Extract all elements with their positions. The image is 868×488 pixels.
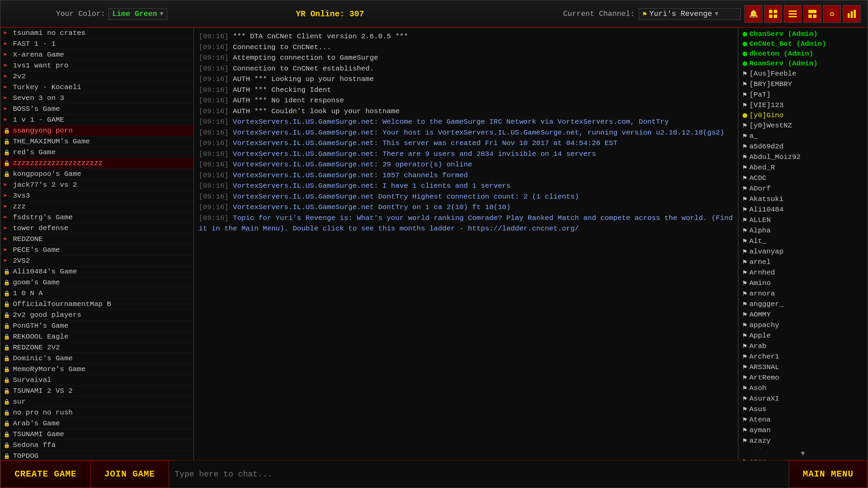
player-item[interactable]: ⚑alvanyap: [741, 246, 865, 257]
player-item[interactable]: ⚑Arnhed: [741, 267, 865, 278]
game-list-item[interactable]: 🔒Dominic's Game: [1, 353, 193, 364]
game-list-item[interactable]: 🔒TOPDOG: [1, 451, 193, 460]
game-list-item[interactable]: 🔒no pro no rush: [1, 407, 193, 418]
game-list-item[interactable]: 🔒zzzzzzzzzzzzzzzzzzzzz: [1, 158, 193, 169]
create-game-button[interactable]: Create Game: [1, 461, 91, 488]
game-list-item[interactable]: 🔒red's Game: [1, 147, 193, 158]
player-item[interactable]: ⚑Asoh: [741, 383, 865, 393]
player-item[interactable]: ⚑[PaT]: [741, 89, 865, 100]
chat-input[interactable]: [175, 470, 783, 479]
player-item[interactable]: ⚑Abdul_Moiz92: [741, 152, 865, 162]
player-item[interactable]: ⚑Alpha: [741, 225, 865, 236]
player-item[interactable]: ⚑arnel: [741, 257, 865, 267]
player-item[interactable]: ⚑anggger_: [741, 299, 865, 309]
chart-icon-btn[interactable]: [843, 5, 861, 23]
chat-message: [09:16] Topic for Yuri's Revenge is: Wha…: [199, 213, 733, 234]
player-item[interactable]: ⚑[BRY]EMBRY: [741, 79, 865, 89]
game-list-item[interactable]: 🔒2v2 good players: [1, 310, 193, 321]
player-item[interactable]: ⚑Apple: [741, 330, 865, 341]
game-list-item[interactable]: 🔒REKOOOL Eagle: [1, 331, 193, 342]
player-item[interactable]: ⚑appachy: [741, 320, 865, 330]
player-item[interactable]: ⚑AsuraXI: [741, 393, 865, 404]
player-item[interactable]: dkeeton (Admin): [741, 49, 865, 59]
player-flag: ⚑: [743, 216, 749, 224]
game-list-item[interactable]: 🔒TSUNAMI Game: [1, 429, 193, 440]
player-item[interactable]: ⚑Alt_: [741, 236, 865, 246]
game-list-item[interactable]: ⚑FAST 1 - 1: [1, 39, 193, 49]
player-list-scroll[interactable]: ChanServ (Admin) CnCNet_Bot (Admin) dkee…: [738, 28, 867, 460]
game-list-item[interactable]: 🔒MemoRyMore's Game: [1, 364, 193, 375]
game-list-scroll[interactable]: ⚑tsunami no crates⚑FAST 1 - 1⚑X-arena Ga…: [1, 28, 193, 460]
game-list-item[interactable]: 🔒Sedona ffa: [1, 440, 193, 451]
player-item[interactable]: ⚑ALLEN: [741, 215, 865, 225]
bell-icon-btn[interactable]: 🔔: [745, 5, 762, 23]
player-item[interactable]: ⚑[y0]WestNZ: [741, 120, 865, 131]
player-item[interactable]: ⚑ACDC: [741, 173, 865, 183]
game-list-item[interactable]: ⚑fsdstrg's Game: [1, 212, 193, 223]
game-list-item[interactable]: ⚑2v2: [1, 71, 193, 82]
game-list-item[interactable]: ⚑1vs1 want pro: [1, 60, 193, 71]
game-list-item[interactable]: ⚑tower defense: [1, 223, 193, 234]
game-list-item[interactable]: ⚑zzz: [1, 201, 193, 212]
grid-icon-btn[interactable]: [764, 5, 782, 23]
player-item[interactable]: ⚑Ali10484: [741, 204, 865, 215]
game-list-item[interactable]: 🔒ssangyong porn: [1, 125, 193, 136]
main-menu-button[interactable]: Main Menu: [789, 461, 867, 488]
game-list-item[interactable]: 🔒Arab's Game: [1, 418, 193, 429]
game-list-item[interactable]: ⚑Seven 3 on 3: [1, 93, 193, 104]
game-list-item[interactable]: ⚑PECE's Game: [1, 245, 193, 256]
channel-dropdown[interactable]: ⚑ Yuri's Revenge ▼: [639, 8, 741, 20]
game-list-item[interactable]: ⚑X-arena Game: [1, 49, 193, 60]
player-item[interactable]: ⚑Asus: [741, 404, 865, 414]
game-list-item[interactable]: ⚑tsunami no crates: [1, 28, 193, 39]
layout-icon-btn[interactable]: [804, 5, 821, 23]
player-item[interactable]: ⚑[VIE]123: [741, 100, 865, 110]
chat-message: [09:16] VortexServers.IL.US.GameSurge.ne…: [199, 181, 733, 191]
player-item[interactable]: ⚑azazy: [741, 435, 865, 446]
player-name-label: Alpha: [749, 227, 771, 235]
color-dropdown[interactable]: Lime Green ▼: [108, 8, 167, 20]
game-list-item[interactable]: ⚑1 v 1 - GAME: [1, 115, 193, 125]
settings-icon-btn[interactable]: ⚙: [823, 5, 841, 23]
game-list-item[interactable]: ⚑Turkey - Kocaeli: [1, 82, 193, 93]
player-item[interactable]: ⚑[Aus]Feeble: [741, 68, 865, 79]
player-item[interactable]: RoamServ (Admin): [741, 59, 865, 68]
player-item[interactable]: ChanServ (Admin): [741, 29, 865, 39]
player-item[interactable]: ⚑a5d69d2d: [741, 141, 865, 152]
game-list-item[interactable]: 🔒OfficialTournamentMap B: [1, 299, 193, 310]
player-item[interactable]: ⚑ArtRemo: [741, 372, 865, 383]
game-list-item[interactable]: ⚑BOSS's Game: [1, 104, 193, 115]
game-list-item[interactable]: 🔒kongpopoo's Game: [1, 169, 193, 180]
player-item[interactable]: ⚑a_: [741, 131, 865, 141]
player-scroll-down-arrow[interactable]: ▼: [741, 448, 865, 459]
player-item[interactable]: CnCNet_Bot (Admin): [741, 39, 865, 49]
game-list-item[interactable]: 🔒goom's Game: [1, 277, 193, 288]
game-list-item[interactable]: 🔒sur: [1, 396, 193, 407]
game-list-item[interactable]: ⚑jack77's 2 vs 2: [1, 180, 193, 190]
game-list-item[interactable]: 🔒Ali10484's Game: [1, 266, 193, 277]
player-item[interactable]: ⚑Arab: [741, 341, 865, 351]
game-list-item[interactable]: ⚑REDZONE: [1, 234, 193, 245]
player-item[interactable]: ⚑Atena: [741, 414, 865, 425]
player-item[interactable]: ⚑Amino: [741, 278, 865, 288]
player-item[interactable]: ⚑ayman: [741, 425, 865, 435]
game-list-item[interactable]: 🔒TSUNAMI 2 VS 2: [1, 386, 193, 396]
game-list-item[interactable]: ⚑2VS2: [1, 256, 193, 266]
player-item[interactable]: ⚑Abed_R: [741, 162, 865, 173]
player-name-label: [PaT]: [749, 91, 771, 99]
player-item[interactable]: ⚑ADorf: [741, 183, 865, 194]
player-item[interactable]: [y0]Gino: [741, 110, 865, 120]
game-list-item[interactable]: 🔒Survaival: [1, 375, 193, 386]
player-item[interactable]: ⚑Akatsuki: [741, 194, 865, 204]
game-list-item[interactable]: 🔒1 0 N A: [1, 288, 193, 299]
game-list-item[interactable]: 🔒REDZONE 2V2: [1, 342, 193, 353]
game-list-item[interactable]: 🔒PonGTH's Game: [1, 321, 193, 331]
game-list-item[interactable]: ⚑3vs3: [1, 190, 193, 201]
player-item[interactable]: ⚑ARS3NAL: [741, 362, 865, 372]
list-icon-btn[interactable]: [784, 5, 802, 23]
game-list-item[interactable]: 🔒THE_MAXIMUM's Game: [1, 136, 193, 147]
player-item[interactable]: ⚑Archer1: [741, 351, 865, 362]
player-item[interactable]: ⚑AOMMY: [741, 309, 865, 320]
join-game-button[interactable]: Join Game: [91, 461, 169, 488]
player-item[interactable]: ⚑arnora: [741, 288, 865, 299]
